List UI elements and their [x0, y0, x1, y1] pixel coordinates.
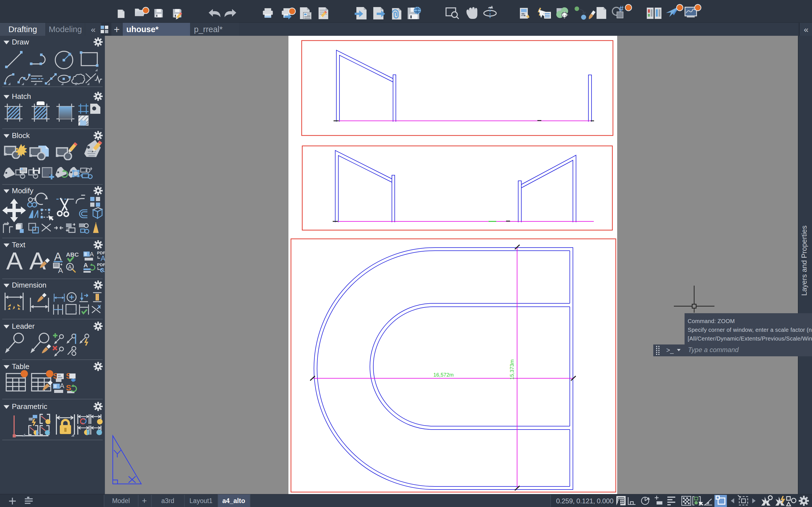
svg-text:Layout1: Layout1 — [190, 497, 213, 504]
svg-text:0.259, 0.121, 0.000: 0.259, 0.121, 0.000 — [556, 497, 613, 505]
svg-text:a4_alto: a4_alto — [222, 497, 245, 504]
svg-text:15,373m: 15,373m — [509, 359, 515, 380]
svg-text:a3rd: a3rd — [161, 497, 174, 504]
svg-text:16,572m: 16,572m — [434, 372, 454, 378]
svg-text:+: + — [142, 496, 147, 505]
svg-text:Model: Model — [112, 497, 130, 504]
